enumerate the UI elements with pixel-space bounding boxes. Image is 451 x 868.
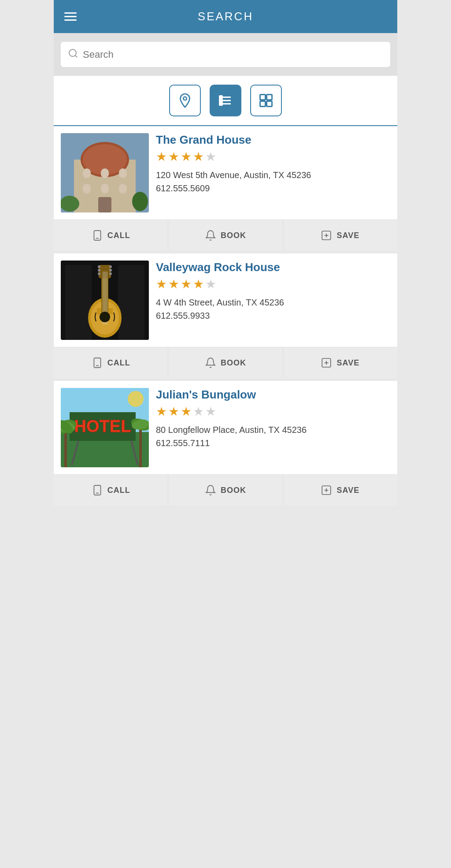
svg-rect-62 — [64, 428, 67, 467]
search-input[interactable] — [83, 49, 383, 60]
menu-line-1 — [64, 12, 77, 14]
svg-point-2 — [183, 97, 187, 101]
listing-name-grand-house: The Grand House — [156, 133, 390, 147]
svg-rect-33 — [65, 265, 92, 340]
svg-rect-13 — [267, 101, 272, 107]
call-label: CALL — [107, 486, 130, 495]
action-buttons-bungalow: CALL BOOK SAVE — [54, 474, 397, 506]
save-label: SAVE — [336, 486, 359, 495]
svg-point-26 — [132, 192, 148, 211]
call-button-grand-house[interactable]: CALL — [54, 220, 168, 251]
svg-rect-21 — [83, 184, 91, 194]
bell-icon — [205, 230, 216, 241]
svg-point-0 — [69, 49, 76, 56]
svg-rect-34 — [118, 265, 144, 340]
star-5: ★ — [205, 277, 216, 291]
action-buttons-rock-house: CALL BOOK SAVE — [54, 347, 397, 378]
stars-bungalow: ★ ★ ★ ★ ★ — [156, 404, 390, 419]
listing-name-rock-house: Valleywag Rock House — [156, 261, 390, 274]
bell-icon — [205, 357, 216, 369]
listing-content-rock: Valleywag Rock House ★ ★ ★ ★ ★ 4 W 4th S… — [54, 253, 397, 347]
svg-point-45 — [98, 265, 100, 268]
phone-icon — [92, 484, 103, 496]
save-icon — [321, 484, 332, 496]
svg-rect-23 — [119, 184, 127, 194]
listing-address-rock-house: 4 W 4th Street, Austin, TX 45236 — [156, 296, 390, 309]
search-bar — [61, 42, 390, 67]
save-button-grand-house[interactable]: SAVE — [283, 220, 397, 251]
book-button-rock-house[interactable]: BOOK — [168, 347, 283, 378]
listing-image-rock-house — [61, 261, 149, 340]
view-toggle — [54, 76, 397, 126]
svg-rect-39 — [99, 265, 111, 278]
star-5: ★ — [205, 404, 216, 419]
star-5: ★ — [205, 149, 216, 164]
listing-address-grand-house: 120 West 5th Avenue, Austin, TX 45236 — [156, 168, 390, 182]
book-button-bungalow[interactable]: BOOK — [168, 475, 283, 506]
call-button-rock-house[interactable]: CALL — [54, 347, 168, 378]
book-label: BOOK — [221, 231, 246, 240]
save-button-rock-house[interactable]: SAVE — [283, 347, 397, 378]
save-label: SAVE — [336, 358, 359, 368]
svg-rect-10 — [260, 95, 266, 100]
listing-rock-house: Valleywag Rock House ★ ★ ★ ★ ★ 4 W 4th S… — [54, 253, 397, 378]
svg-rect-18 — [83, 168, 91, 178]
svg-point-50 — [109, 272, 112, 275]
svg-rect-22 — [101, 184, 109, 194]
svg-rect-12 — [260, 101, 266, 107]
svg-text:HOTEL: HOTEL — [74, 417, 131, 436]
book-button-grand-house[interactable]: BOOK — [168, 220, 283, 251]
star-2: ★ — [168, 277, 179, 291]
svg-point-49 — [109, 269, 112, 272]
listing-phone-rock-house: 612.555.9933 — [156, 311, 390, 321]
save-icon — [321, 357, 332, 369]
menu-line-2 — [64, 16, 77, 17]
svg-point-48 — [109, 265, 112, 268]
book-label: BOOK — [221, 358, 246, 368]
svg-point-69 — [128, 391, 144, 407]
page-title: SEARCH — [198, 10, 253, 23]
listing-bungalow: HOTEL Julian's Bungalow ★ — [54, 381, 397, 506]
svg-rect-27 — [94, 231, 100, 240]
svg-line-1 — [75, 56, 77, 57]
star-2: ★ — [168, 404, 179, 419]
menu-line-3 — [64, 19, 77, 21]
call-button-bungalow[interactable]: CALL — [54, 475, 168, 506]
call-label: CALL — [107, 358, 130, 368]
call-label: CALL — [107, 231, 130, 240]
listing-content: The Grand House ★ ★ ★ ★ ★ 120 West 5th A… — [54, 126, 397, 220]
svg-point-25 — [61, 196, 79, 212]
listing-phone-bungalow: 612.555.7111 — [156, 438, 390, 448]
header: SEARCH — [54, 0, 397, 33]
listing-info-grand-house: The Grand House ★ ★ ★ ★ ★ 120 West 5th A… — [156, 133, 390, 194]
phone-icon — [92, 357, 103, 369]
listing-phone-grand-house: 612.555.5609 — [156, 183, 390, 194]
save-icon — [321, 230, 332, 241]
svg-rect-51 — [94, 358, 100, 368]
listing-image-grand-house — [61, 133, 149, 212]
star-3: ★ — [181, 149, 192, 164]
search-section — [54, 33, 397, 76]
map-view-button[interactable] — [169, 85, 201, 116]
listing-grand-house: The Grand House ★ ★ ★ ★ ★ 120 West 5th A… — [54, 126, 397, 251]
star-4: ★ — [193, 277, 204, 291]
svg-rect-11 — [267, 95, 272, 100]
listing-address-bungalow: 80 Longfellow Place, Austin, TX 45236 — [156, 423, 390, 436]
listing-content-bungalow: HOTEL Julian's Bungalow ★ — [54, 381, 397, 474]
grid-view-button[interactable] — [250, 85, 282, 116]
star-4: ★ — [193, 404, 204, 419]
menu-button[interactable] — [64, 12, 77, 21]
list-view-button[interactable] — [210, 85, 241, 116]
bell-icon — [205, 484, 216, 496]
star-3: ★ — [181, 277, 192, 291]
svg-rect-24 — [98, 197, 111, 212]
stars-grand-house: ★ ★ ★ ★ ★ — [156, 149, 390, 164]
star-4: ★ — [193, 149, 204, 164]
save-label: SAVE — [336, 231, 359, 240]
listing-info-rock-house: Valleywag Rock House ★ ★ ★ ★ ★ 4 W 4th S… — [156, 261, 390, 321]
star-1: ★ — [156, 404, 167, 419]
svg-point-47 — [98, 272, 100, 275]
save-button-bungalow[interactable]: SAVE — [283, 475, 397, 506]
listing-info-bungalow: Julian's Bungalow ★ ★ ★ ★ ★ 80 Longfello… — [156, 388, 390, 448]
stars-rock-house: ★ ★ ★ ★ ★ — [156, 277, 390, 291]
